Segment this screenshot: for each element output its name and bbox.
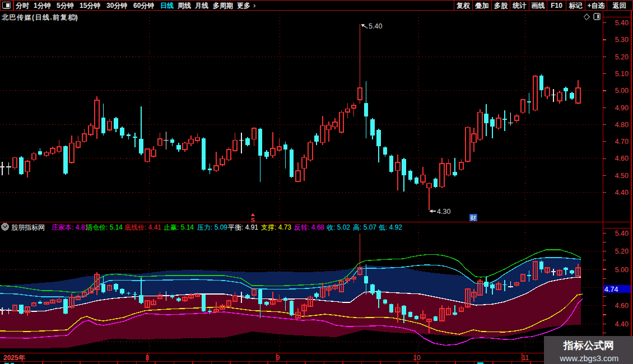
svg-text:S: S [251, 217, 255, 223]
svg-text:高: 5.07: 高: 5.07 [353, 223, 376, 231]
svg-text:4.80: 4.80 [615, 121, 629, 129]
svg-text:统计: 统计 [512, 2, 527, 10]
svg-text:4.40: 4.40 [615, 189, 629, 197]
svg-text:指标公式网: 指标公式网 [563, 340, 614, 351]
svg-text:北巴传媒(日线.前复权): 北巴传媒(日线.前复权) [1, 13, 78, 21]
svg-text:收: 5.02: 收: 5.02 [327, 223, 350, 231]
svg-text:标记: 标记 [568, 2, 583, 10]
svg-text:清仓价: 5.14: 清仓价: 5.14 [86, 223, 123, 231]
svg-text:5.40: 5.40 [369, 22, 382, 30]
svg-text:4.90: 4.90 [615, 104, 629, 112]
svg-text:复权: 复权 [456, 2, 471, 10]
svg-text:5.20: 5.20 [615, 248, 629, 255]
svg-text:10: 10 [413, 354, 421, 362]
svg-text:www.zbgs3.com: www.zbgs3.com [560, 354, 619, 363]
svg-text:4.70: 4.70 [615, 138, 629, 146]
svg-text:平衡: 4.91: 平衡: 4.91 [228, 223, 258, 231]
svg-text:4.60: 4.60 [615, 155, 629, 162]
svg-text:1分钟: 1分钟 [34, 2, 51, 10]
svg-text:5.20: 5.20 [615, 53, 629, 61]
svg-text:低: 4.92: 低: 4.92 [379, 223, 402, 231]
svg-text:多周期: 多周期 [213, 2, 233, 10]
svg-text:9: 9 [276, 354, 280, 362]
svg-text:财: 财 [470, 214, 476, 221]
svg-text:4.30: 4.30 [437, 208, 450, 216]
svg-text:4.60: 4.60 [615, 302, 629, 310]
svg-text:叠加: 叠加 [475, 2, 489, 10]
svg-text:股朋指标网: 股朋指标网 [11, 223, 45, 231]
svg-text:5.30: 5.30 [615, 36, 629, 44]
svg-text:5.00: 5.00 [615, 266, 629, 274]
svg-text:5分钟: 5分钟 [57, 2, 74, 10]
svg-text:返回: 返回 [612, 2, 626, 10]
svg-text:月线: 月线 [194, 2, 208, 10]
svg-text:›: › [253, 1, 255, 10]
svg-text:周线: 周线 [177, 2, 191, 10]
svg-text:60分钟: 60分钟 [133, 2, 154, 10]
svg-text:日线: 日线 [160, 2, 174, 10]
svg-text:支撑: 4.73: 支撑: 4.73 [261, 223, 291, 231]
svg-text:4.50: 4.50 [615, 172, 629, 180]
svg-text:30分钟: 30分钟 [106, 2, 127, 10]
svg-text:止赢: 5.14: 止赢: 5.14 [164, 223, 194, 231]
svg-text:15分钟: 15分钟 [80, 2, 100, 10]
svg-text:5.00: 5.00 [615, 87, 629, 95]
svg-text:4.74: 4.74 [604, 286, 618, 293]
svg-text:画线: 画线 [532, 2, 545, 10]
svg-text:更多: 更多 [237, 2, 250, 10]
svg-text:8: 8 [146, 354, 150, 362]
svg-text:分时: 分时 [15, 2, 29, 10]
svg-text:反转: 4.68: 反转: 4.68 [294, 223, 324, 231]
svg-text:4.40: 4.40 [615, 320, 629, 328]
svg-text:庄家本: 4.81: 庄家本: 4.81 [52, 223, 89, 231]
svg-text:多股: 多股 [494, 2, 508, 10]
svg-text:F10: F10 [551, 2, 562, 10]
svg-text:底线价: 4.41: 底线价: 4.41 [124, 223, 161, 231]
svg-text:11: 11 [522, 354, 529, 362]
svg-text:压力: 5.09: 压力: 5.09 [197, 223, 227, 231]
svg-text:5.40: 5.40 [615, 19, 629, 27]
svg-text:5.40: 5.40 [615, 230, 629, 237]
svg-text:+自选: +自选 [587, 2, 604, 10]
svg-text:2025年: 2025年 [3, 354, 25, 362]
svg-text:5.10: 5.10 [615, 70, 629, 78]
